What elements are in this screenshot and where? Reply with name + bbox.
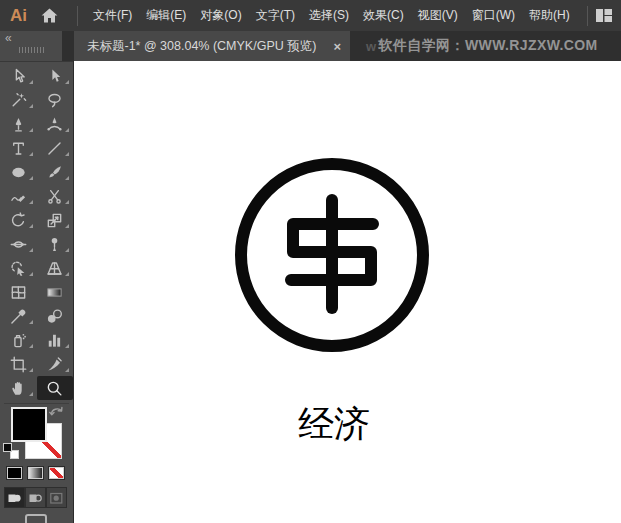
- swap-arrow-icon: [49, 405, 64, 419]
- draw-behind-button[interactable]: [25, 487, 46, 508]
- illustrator-window: Ai 文件(F)编辑(E)对象(O)文字(T)选择(S)效果(C)视图(V)窗口…: [0, 0, 621, 523]
- menu-bar: Ai 文件(F)编辑(E)对象(O)文字(T)选择(S)效果(C)视图(V)窗口…: [0, 0, 621, 31]
- line-segment-tool[interactable]: [37, 136, 73, 160]
- draw-inside-icon: [50, 492, 63, 504]
- artboard-tool-icon: [10, 356, 27, 373]
- menu-item[interactable]: 效果(C): [358, 7, 409, 24]
- zoom-tool-icon: [46, 380, 63, 397]
- app-logo[interactable]: Ai: [10, 6, 27, 26]
- menu-items: 文件(F)编辑(E)对象(O)文字(T)选择(S)效果(C)视图(V)窗口(W)…: [86, 7, 577, 24]
- draw-normal-button[interactable]: [4, 487, 25, 508]
- paint-style-buttons: [6, 466, 65, 480]
- toolbar-drag-handle[interactable]: [19, 47, 46, 53]
- fill-swatch[interactable]: [11, 407, 47, 442]
- menu-separator: [587, 6, 588, 26]
- column-graph-tool-icon: [46, 332, 63, 349]
- symbol-sprayer-tool-icon: [10, 332, 27, 349]
- slice-tool[interactable]: [37, 352, 73, 376]
- menu-item[interactable]: 文件(F): [88, 7, 137, 24]
- tab-close-button[interactable]: ×: [333, 40, 341, 53]
- artwork-caption[interactable]: 经济: [298, 402, 370, 445]
- gradient-tool[interactable]: [37, 280, 73, 304]
- scissors-tool-icon: [46, 188, 63, 205]
- paintbrush-tool[interactable]: [37, 160, 73, 184]
- workspace-switcher-button[interactable]: [596, 9, 612, 22]
- toolbar-divider: [4, 403, 69, 404]
- pen-tool[interactable]: [1, 112, 37, 136]
- draw-behind-icon: [29, 492, 42, 504]
- magic-wand-tool[interactable]: [1, 88, 37, 112]
- ellipse-tool[interactable]: [1, 160, 37, 184]
- type-tool[interactable]: [1, 136, 37, 160]
- zoom-tool[interactable]: [37, 376, 73, 400]
- menu-item[interactable]: 视图(V): [413, 7, 463, 24]
- width-tool[interactable]: [1, 232, 37, 256]
- blend-tool[interactable]: [37, 304, 73, 328]
- column-graph-tool[interactable]: [37, 328, 73, 352]
- watermark-text: w 软件自学网：WWW.RJZXW.COM: [366, 31, 598, 61]
- curvature-tool[interactable]: [37, 112, 73, 136]
- lasso-tool[interactable]: [37, 88, 73, 112]
- tab-bar: « 未标题-1* @ 308.04% (CMYK/GPU 预览) × w 软件自…: [0, 31, 621, 61]
- eyedropper-tool[interactable]: [1, 304, 37, 328]
- ellipse-tool-icon: [10, 164, 27, 181]
- dollar-coin-icon[interactable]: [234, 158, 430, 354]
- default-fill-stroke-button[interactable]: [3, 443, 19, 459]
- mesh-tool-icon: [10, 284, 27, 301]
- screen-mode-button[interactable]: [25, 514, 47, 523]
- pen-tool-icon: [10, 116, 27, 133]
- collapse-panel-button[interactable]: «: [5, 31, 11, 45]
- puppet-warp-tool-icon: [46, 236, 63, 253]
- menu-item[interactable]: 文字(T): [251, 7, 300, 24]
- selection-tool[interactable]: [1, 64, 37, 88]
- rotate-tool[interactable]: [1, 208, 37, 232]
- curvature-tool-icon: [46, 116, 63, 133]
- tools-grid: [0, 62, 73, 400]
- selection-tool-icon: [10, 68, 27, 85]
- toolbar-panel-header: «: [0, 31, 62, 61]
- scale-tool[interactable]: [37, 208, 73, 232]
- menu-separator: [77, 6, 78, 26]
- perspective-grid-tool-icon: [46, 260, 63, 277]
- menu-item[interactable]: 编辑(E): [141, 7, 191, 24]
- menu-item[interactable]: 对象(O): [195, 7, 246, 24]
- scale-tool-icon: [46, 212, 63, 229]
- paintbrush-tool-icon: [46, 164, 63, 181]
- shape-builder-tool[interactable]: [1, 256, 37, 280]
- gradient-tool-icon: [46, 284, 63, 301]
- width-tool-icon: [10, 236, 27, 253]
- drawing-mode-buttons: [4, 487, 67, 508]
- puppet-warp-tool[interactable]: [37, 232, 73, 256]
- symbol-sprayer-tool[interactable]: [1, 328, 37, 352]
- direct-selection-tool[interactable]: [37, 64, 73, 88]
- home-icon: [40, 7, 59, 24]
- artboard-tool[interactable]: [1, 352, 37, 376]
- tools-panel: [0, 61, 73, 523]
- shaper-tool[interactable]: [1, 184, 37, 208]
- watermark-faint-prefix: w: [366, 39, 377, 54]
- paint-none-button[interactable]: [48, 466, 65, 480]
- mesh-tool[interactable]: [1, 280, 37, 304]
- paint-color-button[interactable]: [6, 466, 23, 480]
- hand-tool-icon: [10, 380, 27, 397]
- scissors-tool[interactable]: [37, 184, 73, 208]
- rotate-tool-icon: [10, 212, 27, 229]
- watermark-label: 软件自学网：WWW.RJZXW.COM: [379, 37, 598, 55]
- menu-item[interactable]: 帮助(H): [524, 7, 575, 24]
- perspective-grid-tool[interactable]: [37, 256, 73, 280]
- swap-fill-stroke-button[interactable]: [49, 405, 64, 423]
- hand-tool[interactable]: [1, 376, 37, 400]
- line-segment-tool-icon: [46, 140, 63, 157]
- eyedropper-tool-icon: [10, 308, 27, 325]
- shaper-tool-icon: [10, 188, 27, 205]
- draw-normal-icon: [8, 492, 21, 504]
- menu-item[interactable]: 窗口(W): [467, 7, 520, 24]
- draw-inside-button[interactable]: [46, 487, 67, 508]
- document-tab[interactable]: 未标题-1* @ 308.04% (CMYK/GPU 预览) ×: [74, 31, 350, 61]
- menu-item[interactable]: 选择(S): [304, 7, 354, 24]
- canvas-area[interactable]: 经济: [73, 61, 621, 523]
- shape-builder-tool-icon: [10, 260, 27, 277]
- paint-gradient-button[interactable]: [27, 466, 44, 480]
- blend-tool-icon: [46, 308, 63, 325]
- home-button[interactable]: [40, 7, 59, 24]
